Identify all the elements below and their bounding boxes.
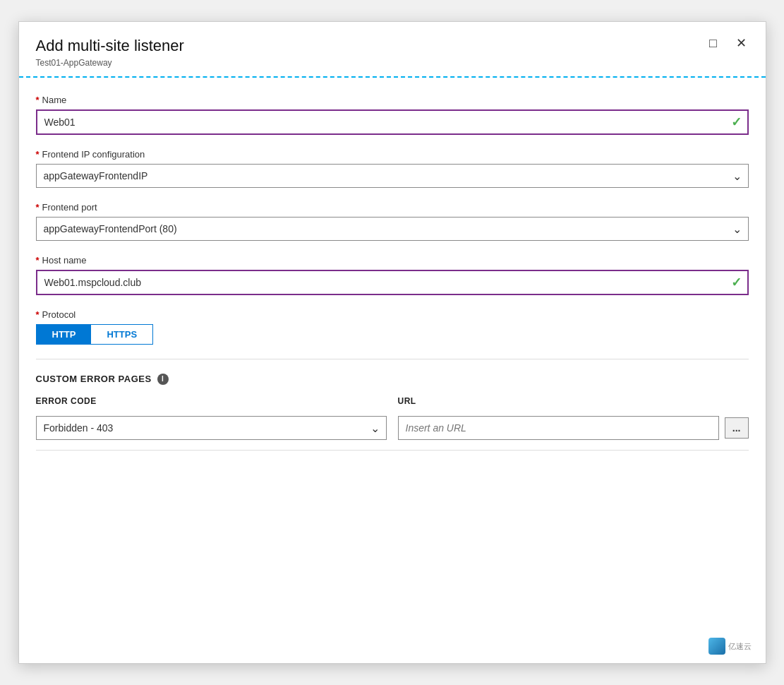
custom-error-pages-title: CUSTOM ERROR PAGES i	[36, 374, 749, 385]
url-input-wrapper: ...	[398, 416, 749, 440]
protocol-label-text: Protocol	[42, 309, 76, 320]
host-name-input-wrapper: ✓	[36, 270, 749, 295]
dialog-header: Add multi-site listener Test01-AppGatewa…	[19, 22, 766, 78]
frontend-ip-required-star: *	[36, 149, 40, 160]
error-code-column-header: ERROR CODE	[36, 396, 387, 406]
dialog-title: Add multi-site listener	[36, 36, 749, 56]
protocol-label: * Protocol	[36, 309, 749, 320]
protocol-required-star: *	[36, 309, 40, 320]
host-name-label: * Host name	[36, 255, 749, 266]
frontend-port-select-wrapper: appGatewayFrontendPort (80) ⌄	[36, 217, 749, 241]
name-valid-icon: ✓	[731, 114, 742, 130]
frontend-ip-label-text: Frontend IP configuration	[42, 149, 145, 160]
frontend-ip-select-wrapper: appGatewayFrontendIP ⌄	[36, 164, 749, 188]
host-name-field-group: * Host name ✓	[36, 255, 749, 295]
protocol-field-group: * Protocol HTTP HTTPS	[36, 309, 749, 345]
section-divider	[36, 359, 749, 359]
name-required-star: *	[36, 95, 40, 105]
frontend-port-required-star: *	[36, 202, 40, 213]
url-column-header: URL	[398, 396, 749, 406]
watermark: 亿速云	[708, 638, 752, 655]
close-button[interactable]: ✕	[732, 33, 752, 53]
frontend-port-label-text: Frontend port	[42, 202, 97, 213]
host-name-valid-icon: ✓	[731, 275, 742, 290]
host-name-required-star: *	[36, 255, 40, 266]
protocol-https-button[interactable]: HTTPS	[91, 325, 152, 344]
frontend-port-field-group: * Frontend port appGatewayFrontendPort (…	[36, 202, 749, 241]
name-input[interactable]	[36, 109, 749, 135]
frontend-ip-select[interactable]: appGatewayFrontendIP	[36, 164, 749, 188]
host-name-input[interactable]	[36, 270, 749, 295]
name-label-text: Name	[42, 95, 67, 105]
add-listener-dialog: Add multi-site listener Test01-AppGatewa…	[18, 21, 766, 664]
frontend-ip-field-group: * Frontend IP configuration appGatewayFr…	[36, 149, 749, 188]
error-code-select-wrapper: Forbidden - 403 ⌄	[36, 416, 387, 440]
host-name-label-text: Host name	[42, 255, 87, 266]
name-field-group: * Name ✓	[36, 95, 749, 135]
error-code-select[interactable]: Forbidden - 403	[36, 416, 387, 440]
maximize-button[interactable]: □	[704, 33, 723, 53]
protocol-http-button[interactable]: HTTP	[37, 325, 92, 344]
watermark-logo	[708, 638, 725, 655]
dialog-controls: □ ✕	[704, 33, 752, 53]
protocol-toggle: HTTP HTTPS	[36, 324, 154, 345]
frontend-ip-label: * Frontend IP configuration	[36, 149, 749, 160]
dialog-body: * Name ✓ * Frontend IP configuration app…	[19, 78, 766, 482]
error-table-header: ERROR CODE URL	[36, 396, 749, 409]
error-table-row: Forbidden - 403 ⌄ ...	[36, 416, 749, 451]
custom-error-pages-info-icon[interactable]: i	[157, 374, 169, 385]
frontend-port-select[interactable]: appGatewayFrontendPort (80)	[36, 217, 749, 241]
watermark-text: 亿速云	[728, 641, 752, 652]
custom-error-pages-section: CUSTOM ERROR PAGES i ERROR CODE URL Forb…	[36, 374, 749, 451]
custom-error-pages-title-text: CUSTOM ERROR PAGES	[36, 374, 152, 384]
dialog-subtitle: Test01-AppGateway	[36, 58, 749, 68]
url-browse-button[interactable]: ...	[725, 417, 749, 439]
frontend-port-label: * Frontend port	[36, 202, 749, 213]
name-input-wrapper: ✓	[36, 109, 749, 135]
url-input[interactable]	[398, 416, 719, 440]
name-label: * Name	[36, 95, 749, 105]
